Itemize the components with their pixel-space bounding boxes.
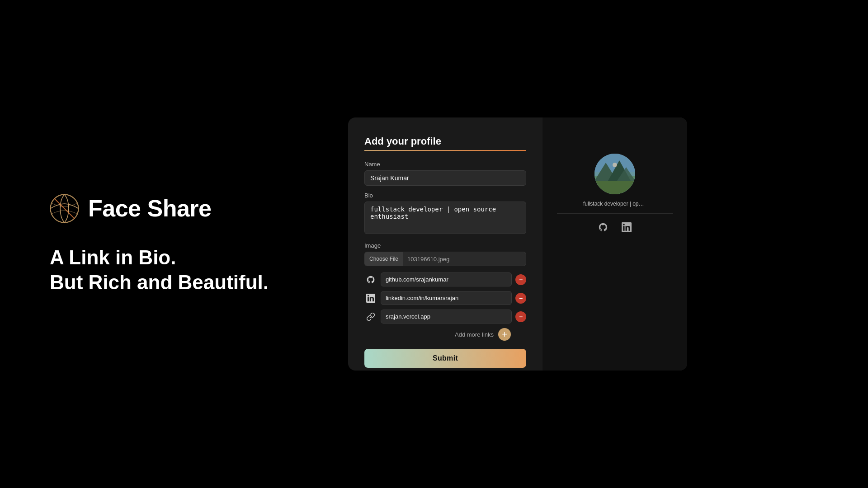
name-input[interactable]: [364, 170, 526, 186]
tagline-line1: A Link in Bio.: [50, 245, 280, 270]
form-title: Add your profile: [364, 136, 526, 147]
svg-line-2: [54, 198, 75, 219]
generic-link-row: −: [364, 310, 526, 324]
add-more-row: Add more links +: [364, 328, 526, 341]
tagline: A Link in Bio. But Rich and Beautiful.: [50, 245, 280, 295]
github-link-input[interactable]: [381, 272, 512, 286]
linkedin-link-row: −: [364, 291, 526, 305]
add-more-label: Add more links: [455, 331, 494, 338]
svg-point-10: [613, 163, 617, 167]
tagline-line2: But Rich and Beautiful.: [50, 270, 280, 295]
submit-button[interactable]: Submit: [364, 349, 526, 368]
github-icon: [364, 273, 377, 286]
add-link-button[interactable]: +: [498, 328, 511, 341]
preview-icons-row: [596, 220, 634, 235]
svg-rect-9: [594, 181, 635, 194]
app-name: Face Share: [88, 195, 212, 222]
form-panel: Add your profile Name Bio fullstack deve…: [348, 117, 542, 371]
name-label: Name: [364, 161, 526, 168]
choose-file-button[interactable]: Choose File: [365, 252, 403, 266]
remove-linkedin-button[interactable]: −: [515, 293, 526, 304]
link-icon: [364, 310, 377, 323]
logo-row: Face Share: [50, 194, 280, 223]
preview-github-icon: [596, 220, 610, 235]
title-underline: [364, 150, 526, 151]
github-link-row: −: [364, 272, 526, 286]
generic-link-input[interactable]: [381, 310, 512, 324]
remove-link-button[interactable]: −: [515, 311, 526, 322]
file-name: 103196610.jpeg: [403, 256, 454, 263]
preview-avatar: [594, 154, 635, 194]
preview-divider: [557, 213, 673, 214]
left-panel: Face Share A Link in Bio. But Rich and B…: [0, 194, 330, 295]
avatar-image: [594, 154, 635, 194]
browser-card: Add your profile Name Bio fullstack deve…: [348, 117, 687, 371]
image-row: Choose File 103196610.jpeg: [364, 252, 526, 266]
bio-label: Bio: [364, 192, 526, 199]
remove-github-button[interactable]: −: [515, 274, 526, 285]
linkedin-icon: [364, 292, 377, 305]
image-label: Image: [364, 242, 526, 249]
preview-panel: fullstack developer | open s: [542, 117, 687, 371]
faceshare-logo-icon: [50, 194, 79, 223]
right-panel: Add your profile Name Bio fullstack deve…: [330, 0, 868, 488]
preview-bio-text: fullstack developer | open s: [583, 201, 646, 207]
linkedin-link-input[interactable]: [381, 291, 512, 305]
bio-input[interactable]: fullstack developer | open source enthus…: [364, 202, 526, 234]
preview-linkedin-icon: [619, 220, 634, 235]
